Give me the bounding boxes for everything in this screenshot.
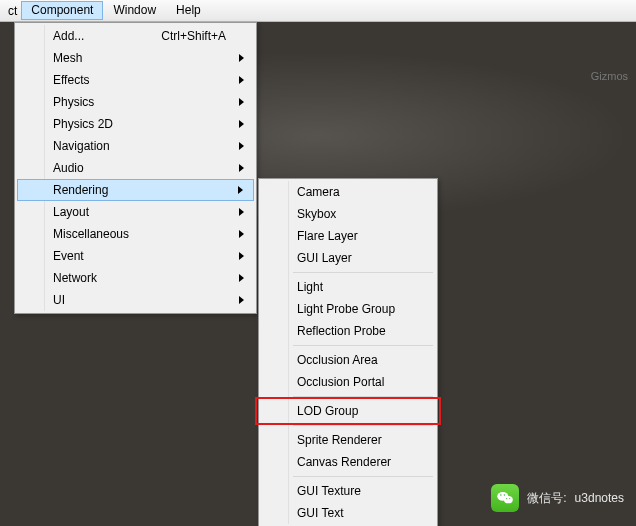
svg-point-2	[500, 494, 502, 496]
menu-item-label: GUI Text	[297, 506, 343, 520]
menu-item-network[interactable]: Network	[17, 267, 254, 289]
menu-item-label: Skybox	[297, 207, 336, 221]
menu-separator	[293, 476, 433, 477]
menu-item-label: Occlusion Portal	[297, 375, 384, 389]
menu-item-shortcut: Ctrl+Shift+A	[161, 29, 226, 43]
menu-item-rendering[interactable]: Rendering	[17, 179, 254, 201]
svg-point-3	[504, 494, 506, 496]
menu-item-layout[interactable]: Layout	[17, 201, 254, 223]
menu-separator	[293, 272, 433, 273]
menu-item-physics-2d[interactable]: Physics 2D	[17, 113, 254, 135]
menubar: ct Component Window Help	[0, 0, 636, 22]
menu-item-effects[interactable]: Effects	[17, 69, 254, 91]
menu-item-label: Physics 2D	[53, 117, 113, 131]
menu-item-ui[interactable]: UI	[17, 289, 254, 311]
menu-item-label: Network	[53, 271, 97, 285]
svg-point-1	[504, 496, 513, 503]
menu-item-label: Effects	[53, 73, 89, 87]
menu-separator	[293, 396, 433, 397]
menu-item-flare-layer[interactable]: Flare Layer	[261, 225, 435, 247]
menu-item-label: Audio	[53, 161, 84, 175]
menu-item-light[interactable]: Light	[261, 276, 435, 298]
menu-item-label: Physics	[53, 95, 94, 109]
menu-item-add[interactable]: Add...Ctrl+Shift+A	[17, 25, 254, 47]
menu-item-label: Add...	[53, 29, 84, 43]
menu-item-physics[interactable]: Physics	[17, 91, 254, 113]
menu-item-label: Flare Layer	[297, 229, 358, 243]
svg-point-5	[509, 498, 510, 499]
watermark: 微信号: u3dnotes	[491, 484, 624, 512]
submenu-arrow-icon	[239, 76, 244, 84]
menu-item-label: Camera	[297, 185, 340, 199]
menu-item-canvas-renderer[interactable]: Canvas Renderer	[261, 451, 435, 473]
menu-item-label: Canvas Renderer	[297, 455, 391, 469]
menu-component: Add...Ctrl+Shift+AMeshEffectsPhysicsPhys…	[14, 22, 257, 314]
menu-item-label: UI	[53, 293, 65, 307]
menu-item-audio[interactable]: Audio	[17, 157, 254, 179]
menu-item-label: Miscellaneous	[53, 227, 129, 241]
menu-item-label: Sprite Renderer	[297, 433, 382, 447]
menu-item-navigation[interactable]: Navigation	[17, 135, 254, 157]
menu-item-mesh[interactable]: Mesh	[17, 47, 254, 69]
menu-item-light-probe-group[interactable]: Light Probe Group	[261, 298, 435, 320]
menu-item-occlusion-area[interactable]: Occlusion Area	[261, 349, 435, 371]
menu-item-event[interactable]: Event	[17, 245, 254, 267]
menu-item-label: Layout	[53, 205, 89, 219]
submenu-arrow-icon	[239, 164, 244, 172]
submenu-arrow-icon	[239, 230, 244, 238]
menu-item-label: GUI Texture	[297, 484, 361, 498]
menu-item-label: Occlusion Area	[297, 353, 378, 367]
submenu-arrow-icon	[239, 208, 244, 216]
menu-item-label: Reflection Probe	[297, 324, 386, 338]
menu-item-skybox[interactable]: Skybox	[261, 203, 435, 225]
menu-item-label: Event	[53, 249, 84, 263]
menu-item-label: GUI Layer	[297, 251, 352, 265]
menu-item-label: LOD Group	[297, 404, 358, 418]
submenu-arrow-icon	[239, 120, 244, 128]
menubar-item-component[interactable]: Component	[21, 1, 103, 20]
submenu-arrow-icon	[239, 54, 244, 62]
menu-rendering: CameraSkyboxFlare LayerGUI LayerLightLig…	[258, 178, 438, 526]
menu-item-reflection-probe[interactable]: Reflection Probe	[261, 320, 435, 342]
submenu-arrow-icon	[238, 186, 243, 194]
gizmos-label: Gizmos	[591, 70, 628, 82]
menubar-item-window[interactable]: Window	[103, 1, 166, 20]
menu-item-label: Navigation	[53, 139, 110, 153]
menu-item-lod-group[interactable]: LOD Group	[261, 400, 435, 422]
watermark-prefix: 微信号:	[527, 490, 566, 507]
menu-item-sprite-renderer[interactable]: Sprite Renderer	[261, 429, 435, 451]
menu-item-miscellaneous[interactable]: Miscellaneous	[17, 223, 254, 245]
watermark-id: u3dnotes	[575, 491, 624, 505]
menu-separator	[293, 425, 433, 426]
menu-item-gui-texture[interactable]: GUI Texture	[261, 480, 435, 502]
menu-item-gui-text[interactable]: GUI Text	[261, 502, 435, 524]
submenu-arrow-icon	[239, 252, 244, 260]
menu-item-label: Light Probe Group	[297, 302, 395, 316]
submenu-arrow-icon	[239, 142, 244, 150]
menu-item-label: Mesh	[53, 51, 82, 65]
menu-item-occlusion-portal[interactable]: Occlusion Portal	[261, 371, 435, 393]
menu-item-label: Rendering	[53, 183, 108, 197]
submenu-arrow-icon	[239, 296, 244, 304]
menu-item-label: Light	[297, 280, 323, 294]
menu-item-gui-layer[interactable]: GUI Layer	[261, 247, 435, 269]
submenu-arrow-icon	[239, 274, 244, 282]
menu-item-camera[interactable]: Camera	[261, 181, 435, 203]
svg-point-4	[506, 498, 507, 499]
menubar-item-help[interactable]: Help	[166, 1, 211, 20]
submenu-arrow-icon	[239, 98, 244, 106]
menubar-leading-fragment: ct	[4, 4, 21, 18]
menu-separator	[293, 345, 433, 346]
wechat-icon	[491, 484, 519, 512]
